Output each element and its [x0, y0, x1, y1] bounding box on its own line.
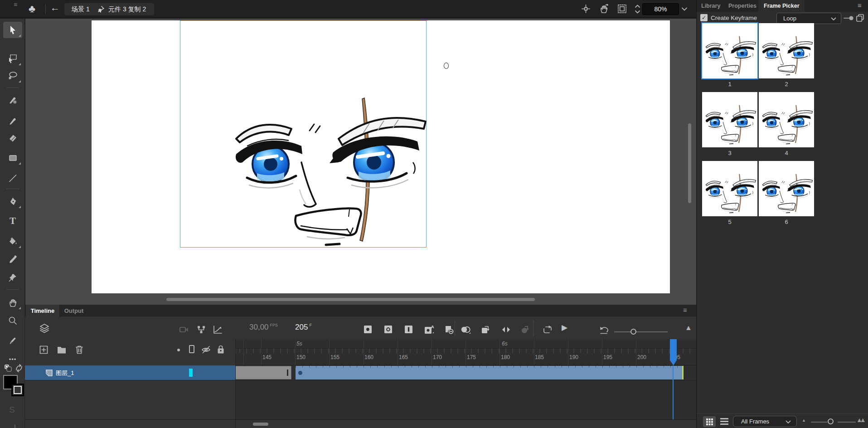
list-view-button[interactable] [720, 418, 728, 425]
frame-thumbnail-label: 6 [759, 219, 814, 225]
timeline-zoom-fit-icon[interactable]: ▲ [685, 324, 692, 332]
layer-color-swatch[interactable] [189, 369, 193, 377]
frame-thumbnail-5[interactable] [702, 161, 757, 216]
transform-point-marker[interactable] [444, 63, 449, 69]
frame-thumbnail-4[interactable] [759, 92, 814, 147]
zoom-stepper-up-icon[interactable] [635, 4, 640, 9]
thumb-size-slider-track[interactable] [838, 422, 856, 423]
timeline-menu-icon[interactable]: ≡ [683, 306, 687, 314]
tool-text[interactable]: T [3, 213, 22, 229]
tool-fluid-brush[interactable] [3, 92, 22, 108]
create-shape-tween-button[interactable] [520, 325, 530, 335]
breadcrumb-scene[interactable]: 场景 1 [72, 5, 90, 14]
thumb-size-large-icon[interactable]: ▲▲ [856, 416, 863, 423]
visibility-column-toggle[interactable] [201, 345, 211, 355]
timeline-zoom-slider-track[interactable] [614, 331, 668, 332]
timeline-ruler[interactable]: 5s 6s 145 150 155 160 165 170 175 180 18… [235, 339, 696, 365]
add-folder-button[interactable] [57, 345, 67, 355]
frame-thumbnail-1[interactable] [702, 23, 757, 78]
window-menu-icon[interactable]: ≡ [14, 1, 17, 8]
tool-asset-warp-pin[interactable] [3, 270, 22, 286]
tab-properties[interactable]: Properties [728, 3, 756, 9]
create-motion-tween-button[interactable] [480, 325, 490, 335]
timeline-zoom-slider-knob[interactable] [630, 329, 636, 335]
remove-frame-button[interactable] [444, 325, 454, 335]
frame-span-keyframe[interactable] [296, 366, 682, 379]
frame-thumbnail-label: 1 [702, 81, 757, 88]
tool-line[interactable] [3, 170, 22, 186]
tool-zoom[interactable] [3, 312, 22, 329]
zoom-dropdown-chevron-icon[interactable] [681, 7, 688, 11]
tool-paint-bucket[interactable] [3, 233, 22, 249]
keyframe-dot [298, 371, 302, 375]
span-end-marker [287, 370, 288, 376]
current-frame-display[interactable]: 205F [295, 323, 312, 332]
tab-frame-picker[interactable]: Frame Picker [758, 0, 805, 12]
frame-thumbnail-2[interactable] [759, 23, 814, 78]
play-button[interactable]: ▶ [562, 323, 567, 332]
rotate-canvas-hand-icon[interactable] [599, 4, 609, 14]
create-keyframe-checkbox[interactable]: ✓ [700, 14, 708, 21]
onion-skin-button[interactable] [460, 325, 471, 335]
back-button[interactable]: ← [50, 2, 60, 13]
layer-type-icon [45, 369, 53, 377]
undo-button[interactable] [599, 325, 610, 335]
camera-icon[interactable] [179, 325, 189, 335]
thumb-size-slider-knob[interactable] [828, 418, 834, 424]
panel-menu-icon[interactable]: ≡ [858, 1, 862, 9]
loop-playback-button[interactable] [542, 325, 553, 335]
playhead-line[interactable] [673, 365, 674, 419]
insert-frame-button[interactable] [404, 325, 413, 334]
frame-thumbnail-6[interactable] [759, 161, 814, 216]
stage-h-scrollbar[interactable] [166, 298, 535, 301]
default-colors-icon[interactable] [4, 364, 13, 373]
layer-row[interactable]: 图层_1 [25, 365, 235, 380]
tool-eyedropper[interactable] [3, 251, 22, 268]
thumb-size-small-icon[interactable]: ▲ [802, 418, 806, 423]
fps-display[interactable]: 30,00FPS [249, 323, 278, 332]
tool-pencil[interactable] [3, 332, 22, 349]
tab-library[interactable]: Library [701, 3, 720, 9]
timeline-h-scrollbar[interactable] [253, 423, 268, 426]
tool-selection[interactable] [3, 22, 22, 38]
app-logo-icon[interactable]: ♣ [29, 3, 35, 15]
playhead-marker[interactable] [670, 339, 677, 365]
delete-layer-button[interactable] [75, 345, 84, 355]
frame-thumbnail-3[interactable] [702, 92, 757, 147]
zoom-stepper-down-icon[interactable] [635, 10, 640, 14]
add-layer-button[interactable] [39, 345, 48, 355]
tool-lasso[interactable] [3, 68, 22, 84]
tool-classic-brush[interactable] [3, 112, 22, 128]
swap-colors-icon[interactable] [15, 364, 24, 373]
tool-hand[interactable] [3, 294, 22, 311]
duplicate-frame-icon[interactable] [856, 14, 864, 22]
pin-frame-picker-icon[interactable] [844, 15, 854, 21]
center-stage-icon[interactable] [581, 4, 591, 14]
stroke-color-swatch[interactable] [11, 384, 24, 396]
thumb-size-slider-track[interactable] [811, 422, 827, 423]
create-classic-tween-button[interactable] [501, 325, 511, 335]
stage-v-scrollbar[interactable] [688, 123, 691, 203]
outline-column-toggle[interactable] [189, 345, 194, 353]
frames-filter-dropdown[interactable]: All Frames [733, 416, 797, 427]
layers-panel-icon[interactable] [39, 323, 50, 334]
tab-output[interactable]: Output [59, 305, 88, 316]
tool-pen[interactable] [3, 193, 22, 209]
frame-span-static[interactable] [235, 366, 291, 379]
insert-keyframe-button[interactable] [363, 325, 373, 334]
grid-view-button[interactable] [703, 416, 716, 427]
auto-keyframe-button[interactable]: A [424, 325, 434, 335]
tool-eraser[interactable] [3, 130, 22, 146]
graph-editor-icon[interactable] [213, 325, 223, 335]
zoom-value-field[interactable]: 80% [642, 3, 679, 15]
tab-timeline[interactable]: Timeline [26, 305, 59, 316]
insert-blank-keyframe-button[interactable] [383, 325, 393, 334]
tool-rectangle[interactable] [3, 150, 22, 166]
lock-column-toggle[interactable] [217, 344, 225, 355]
parenting-view-icon[interactable] [196, 325, 206, 335]
highlight-column-toggle[interactable] [177, 349, 180, 351]
tool-subselection[interactable] [3, 50, 22, 67]
clip-content-outside-stage-icon[interactable] [617, 4, 627, 14]
timeline-bottom-divider [235, 420, 236, 428]
loop-dropdown[interactable]: Loop [776, 13, 841, 24]
